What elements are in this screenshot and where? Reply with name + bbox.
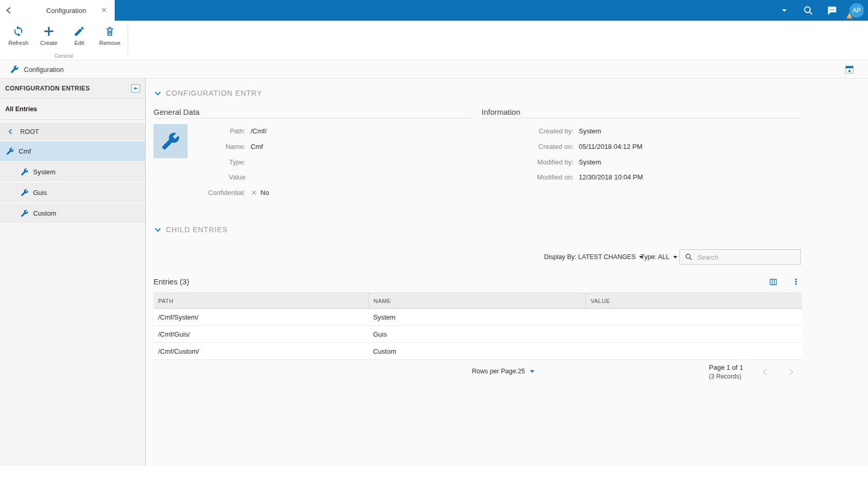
section-child-entries-toggle[interactable]: CHILD ENTRIES [154,225,228,234]
pencil-icon [73,25,85,37]
section-title: CONFIGURATION ENTRY [166,89,262,97]
chevron-down-icon [154,226,162,234]
sync-arrows-icon [12,25,24,37]
speech-bubble-icon [827,5,838,16]
wrench-icon [21,168,28,176]
chevron-left-icon [7,128,14,135]
chevron-right-icon [787,368,795,376]
caret-down-icon [530,370,534,373]
create-button[interactable]: Create [34,21,64,46]
bottom-strip [0,466,868,499]
messages-button[interactable] [826,4,838,17]
table-row[interactable]: /Cmf/Guis/ Guis [153,326,802,343]
chevron-down-icon [154,89,162,97]
column-header-value[interactable]: VALUE [585,293,802,308]
topbar-dropdown-button[interactable] [778,4,791,17]
chevron-left-icon [761,368,769,376]
tab-configuration[interactable]: Configuration [18,0,115,21]
remove-button[interactable]: Remove [95,21,125,46]
table-row[interactable]: /Cmf/System/ System [153,309,802,326]
field-modified-on: Modified on: 12/30/2018 10:04 PM [482,172,643,182]
information-rule [482,118,802,118]
field-type: Type: [153,157,251,167]
pagination: Rows per Page:25 Page 1 of 1 (3 Records) [146,364,868,384]
page-number-text: Page 1 of 1 [709,364,743,371]
sidebar: CONFIGURATION ENTRIES All Entries ROOT C… [0,79,146,466]
plus-icon [43,25,55,37]
type-dropdown[interactable]: Type: ALL [641,249,677,265]
refresh-label: Refresh [8,40,28,46]
tab-strip: Configuration [0,0,115,21]
field-path: Path: /Cmf/ [153,126,267,136]
type-value: ALL [658,253,669,261]
tree-item-custom[interactable]: Custom [0,203,145,224]
wrench-icon [10,65,19,73]
top-bar: AP [0,0,868,21]
table-columns-icon[interactable] [769,278,778,286]
next-page-button[interactable] [786,367,796,377]
grid-tools [769,278,800,286]
x-mark-icon [251,189,257,196]
rows-per-page-label: Rows per Page: [472,368,518,375]
trash-icon [104,25,116,37]
rows-per-page-value: 25 [518,368,525,375]
rows-per-page-dropdown[interactable]: Rows per Page:25 [472,368,534,375]
section-title: CHILD ENTRIES [166,225,228,234]
display-by-label: Display By: [544,253,577,261]
wrench-icon [21,189,28,196]
column-header-name[interactable]: NAME [368,293,585,308]
field-modified-by: Modified by: System [482,157,601,167]
previous-page-button[interactable] [760,367,770,377]
search-icon [685,253,693,261]
entries-count-title: Entries (3) [153,277,189,286]
field-name: Name: Cmf [153,141,263,152]
sidebar-header: CONFIGURATION ENTRIES [0,79,145,98]
breadcrumb-title: Configuration [24,66,64,73]
type-label: Type: [641,253,657,261]
display-by-value: LATEST CHANGES [578,253,636,261]
restore-panel-button[interactable]: ▲ [845,66,854,73]
tree-item-guis[interactable]: Guis [0,183,145,203]
page-info: Page 1 of 1 (3 Records) [709,364,743,380]
edit-label: Edit [74,40,84,46]
collapse-sidebar-button[interactable] [131,84,140,93]
global-search-button[interactable] [802,4,814,17]
edit-button[interactable]: Edit [64,21,95,46]
general-data-rule [153,118,474,118]
tree-item-cmf[interactable]: Cmf [0,141,145,162]
back-button[interactable] [0,0,18,21]
caret-down-icon [782,9,786,12]
main-content: CONFIGURATION ENTRY General Data Informa… [146,79,868,466]
create-label: Create [40,40,57,46]
toolbar-group-general: Refresh Create Edit Remove General [0,21,128,60]
search-box [679,249,801,265]
sidebar-title: CONFIGURATION ENTRIES [5,85,131,92]
table-row[interactable]: /Cmf/Custom/ Custom [153,343,802,360]
caret-down-icon [673,256,677,259]
information-title: Information [482,108,520,116]
ribbon-toolbar: Refresh Create Edit Remove General [0,21,868,60]
section-configuration-entry-toggle[interactable]: CONFIGURATION ENTRY [154,89,262,97]
tab-close-button[interactable] [101,7,107,13]
field-created-by: Created by: System [482,126,601,136]
search-input[interactable] [697,253,796,261]
table-header-row: PATH NAME VALUE [153,293,802,309]
field-created-on: Created on: 05/11/2018 04:12 PM [482,141,642,152]
tree-item-system[interactable]: System [0,162,145,183]
avatar-initials: AP [853,7,861,14]
sidebar-item-root[interactable]: ROOT [0,123,145,141]
records-count-text: (3 Records) [709,373,743,380]
sidebar-item-all-entries[interactable]: All Entries [0,98,145,120]
warning-triangle-icon [846,12,853,19]
toolbar-group-label: General [0,53,128,59]
refresh-button[interactable]: Refresh [3,21,34,46]
column-header-path[interactable]: PATH [153,293,368,308]
wrench-icon [21,209,28,217]
kebab-dots-icon[interactable] [792,278,800,285]
wrench-icon [6,147,14,155]
remove-label: Remove [99,40,120,46]
user-avatar[interactable]: AP [849,3,864,18]
entries-table: PATH NAME VALUE /Cmf/System/ System /Cmf… [153,293,802,360]
close-icon [101,7,107,13]
search-icon [803,5,814,16]
